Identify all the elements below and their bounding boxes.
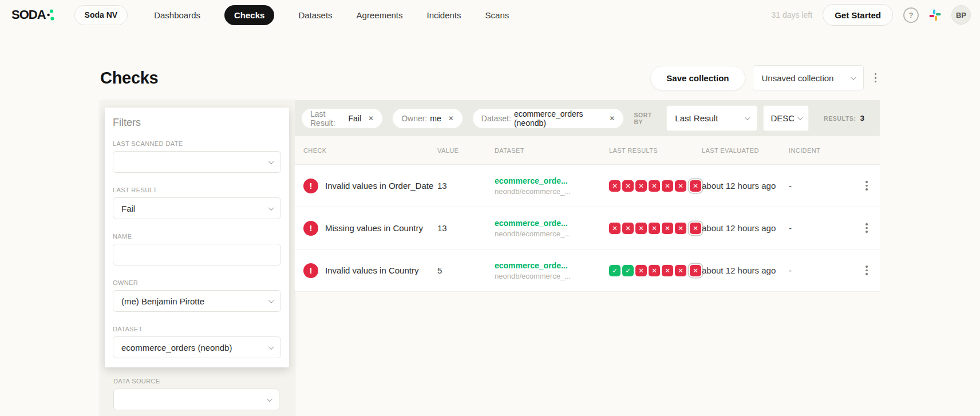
chevron-down-icon: [268, 298, 274, 303]
check-name-link[interactable]: Missing values in Country: [325, 223, 423, 233]
dataset-link[interactable]: ecommerce_orde...: [495, 219, 609, 228]
help-icon[interactable]: ?: [903, 7, 919, 23]
fail-icon[interactable]: ✕: [662, 265, 673, 276]
column-header-last-evaluated[interactable]: LAST EVALUATED: [702, 147, 789, 154]
fail-icon[interactable]: ✕: [635, 223, 647, 234]
fail-icon[interactable]: ✕: [675, 223, 686, 234]
last-evaluated: about 12 hours ago: [702, 223, 789, 233]
org-name: Soda NV: [85, 10, 118, 19]
fail-icon[interactable]: ✕: [649, 265, 660, 276]
chip-dataset[interactable]: Dataset: ecommerce_orders (neondb) ✕: [473, 109, 624, 128]
chevron-down-icon: [850, 74, 856, 80]
fail-icon[interactable]: ✕: [609, 223, 621, 234]
last-scanned-date-select[interactable]: [113, 151, 281, 173]
nav-item-agreements[interactable]: Agreements: [357, 10, 403, 20]
collection-actions: Save collection Unsaved collection: [650, 65, 880, 90]
fail-icon[interactable]: ✕: [675, 180, 686, 192]
owner-value: (me) Benjamin Pirotte: [121, 296, 204, 306]
close-icon[interactable]: ✕: [368, 114, 374, 122]
dataset-value: ecommerce_orders (neondb): [121, 343, 232, 352]
dataset-link[interactable]: ecommerce_orde...: [495, 176, 609, 185]
sort-controls: SORT BY Last Result DESC RESULTS: 3: [634, 105, 864, 131]
fail-icon[interactable]: ✕: [609, 180, 621, 192]
column-header-check[interactable]: CHECK: [295, 147, 437, 154]
column-header-value[interactable]: VALUE: [437, 147, 495, 154]
chevron-down-icon: [268, 205, 274, 211]
fail-icon[interactable]: ✕: [690, 180, 701, 192]
filter-last-result: LAST RESULT Fail: [113, 187, 281, 219]
chip-last-result-value: Fail: [349, 114, 362, 123]
get-started-button[interactable]: Get Started: [823, 4, 893, 26]
owner-select[interactable]: (me) Benjamin Pirotte: [113, 290, 281, 312]
row-menu-button[interactable]: [862, 177, 871, 194]
row-menu-button[interactable]: [862, 220, 871, 236]
results-count-group: RESULTS: 3: [824, 114, 864, 122]
nav-item-incidents[interactable]: Incidents: [426, 10, 461, 20]
table-row[interactable]: ! Missing values in Country 13 ecommerce…: [295, 207, 880, 249]
sort-field-select[interactable]: Last Result: [666, 105, 757, 131]
data-source-select[interactable]: [113, 389, 279, 410]
fail-icon[interactable]: ✕: [635, 265, 647, 276]
topbar-right-group: 31 days left Get Started ? BP: [772, 4, 971, 26]
soda-logo[interactable]: SODA: [11, 7, 55, 22]
chip-last-result-label: Last Result:: [310, 109, 346, 128]
slack-icon[interactable]: [929, 9, 941, 21]
fail-icon[interactable]: ✕: [622, 180, 634, 192]
nav-item-scans[interactable]: Scans: [485, 10, 509, 20]
sort-direction-value: DESC: [770, 113, 795, 123]
chevron-down-icon: [267, 396, 272, 402]
collection-select[interactable]: Unsaved collection: [753, 65, 864, 90]
fail-icon[interactable]: ✕: [675, 265, 686, 276]
dataset-link[interactable]: ecommerce_orde...: [495, 261, 609, 270]
filter-label-name: NAME: [113, 233, 281, 240]
fail-icon[interactable]: ✕: [662, 180, 673, 192]
check-name-link[interactable]: Invalid values in Country: [325, 266, 418, 275]
filter-label-data-source: DATA SOURCE: [113, 378, 279, 385]
chip-dataset-value: ecommerce_orders (neondb): [514, 109, 602, 128]
save-collection-button[interactable]: Save collection: [650, 66, 745, 90]
check-name-link[interactable]: Invalid values in Order_Date: [325, 181, 433, 191]
close-icon[interactable]: ✕: [609, 114, 615, 122]
chevron-down-icon: [745, 114, 750, 120]
column-header-dataset[interactable]: DATASET: [495, 147, 609, 154]
sort-direction-select[interactable]: DESC: [763, 105, 809, 131]
table-row[interactable]: ! Invalid values in Order_Date 13 ecomme…: [295, 165, 880, 207]
filter-label-owner: OWNER: [113, 279, 281, 286]
results-count: 3: [860, 114, 864, 122]
row-menu-button[interactable]: [862, 262, 871, 279]
pass-icon[interactable]: ✓: [609, 265, 621, 276]
fail-icon[interactable]: ✕: [622, 223, 634, 234]
top-navigation-bar: SODA Soda NV Dashboards Checks Datasets …: [0, 0, 980, 30]
column-header-incident[interactable]: INCIDENT: [789, 147, 853, 154]
chip-owner[interactable]: Owner: me ✕: [393, 109, 463, 128]
nav-item-datasets[interactable]: Datasets: [298, 10, 332, 20]
trial-days-left: 31 days left: [772, 10, 813, 19]
fail-icon[interactable]: ✕: [649, 180, 660, 192]
table-row[interactable]: ! Invalid values in Country 5 ecommerce_…: [295, 249, 880, 292]
collection-menu-button[interactable]: [871, 70, 880, 86]
dataset-select[interactable]: ecommerce_orders (neondb): [113, 336, 281, 358]
nav-item-dashboards[interactable]: Dashboards: [154, 10, 200, 20]
last-evaluated: about 12 hours ago: [702, 266, 789, 275]
user-avatar[interactable]: BP: [951, 5, 971, 25]
filter-label-last-scanned-date: LAST SCANNED DATE: [113, 140, 281, 147]
chevron-down-icon: [268, 344, 274, 350]
fail-icon[interactable]: ✕: [635, 180, 647, 192]
nav-item-checks[interactable]: Checks: [224, 5, 274, 25]
collection-select-value: Unsaved collection: [762, 73, 834, 83]
dataset-path: neondb/ecommerce_...: [495, 229, 609, 238]
chip-last-result[interactable]: Last Result: Fail ✕: [302, 109, 382, 128]
pass-icon[interactable]: ✓: [622, 265, 634, 276]
fail-icon[interactable]: ✕: [690, 223, 701, 234]
org-switcher-button[interactable]: Soda NV: [74, 5, 128, 25]
name-input[interactable]: [113, 244, 281, 266]
close-icon[interactable]: ✕: [448, 114, 454, 122]
column-header-last-results[interactable]: LAST RESULTS: [609, 147, 702, 154]
last-result-select[interactable]: Fail: [113, 197, 281, 219]
fail-icon[interactable]: ✕: [690, 265, 701, 276]
page-title: Checks: [100, 69, 158, 88]
results-label: RESULTS:: [824, 115, 856, 122]
fail-icon[interactable]: ✕: [649, 223, 660, 234]
fail-icon[interactable]: ✕: [662, 223, 673, 234]
filter-dataset: DATASET ecommerce_orders (neondb): [113, 326, 281, 358]
